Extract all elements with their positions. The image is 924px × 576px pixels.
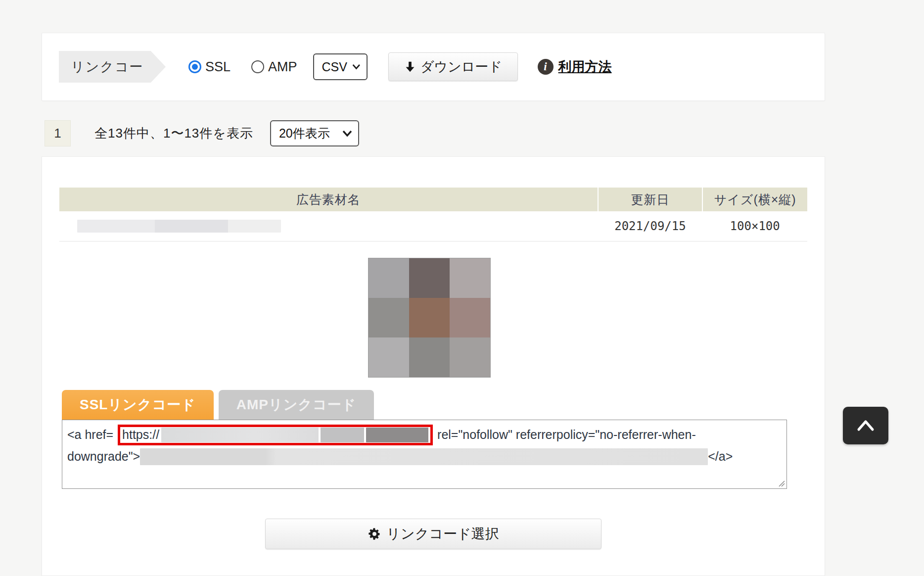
download-button-label: ダウンロード — [420, 58, 502, 76]
page-number-button[interactable]: 1 — [45, 120, 71, 146]
code-prefix: <a href= — [67, 428, 117, 442]
pixel-cell — [450, 298, 490, 337]
info-glyph: i — [544, 60, 547, 73]
tab-ssl-link-code[interactable]: SSLリンクコード — [62, 390, 214, 420]
ssl-radio[interactable]: SSL — [188, 59, 231, 75]
link-code-textarea[interactable]: <a href= https:// rel="nofollow" referre… — [62, 420, 787, 489]
usage-link[interactable]: 利用方法 — [558, 58, 612, 76]
radio-selected-icon[interactable] — [188, 60, 201, 73]
redacted-url-segment — [321, 428, 364, 442]
size-cell: 100×100 — [702, 211, 807, 241]
amp-radio-label: AMP — [268, 59, 297, 75]
header-ad-name: 広告素材名 — [59, 188, 598, 211]
toolbar-card: リンクコード SSL AMP CSV ダウンロード i 利用方法 — [42, 33, 825, 101]
link-code-tabs: SSLリンクコード AMPリンクコード — [62, 390, 825, 420]
table-row: 2021/09/15 100×100 — [59, 211, 807, 241]
pixel-cell — [369, 258, 409, 298]
url-highlight-box: https:// — [118, 425, 433, 445]
pixel-cell — [369, 337, 409, 377]
select-link-code-label: リンクコード選択 — [386, 525, 499, 543]
redacted-url-segment — [366, 428, 428, 442]
ad-material-table: 広告素材名 更新日 サイズ(横×縦) 2021/09/15 100×100 — [59, 188, 807, 241]
pixel-cell — [409, 258, 450, 298]
header-size: サイズ(横×縦) — [702, 188, 807, 211]
gear-icon — [368, 527, 381, 541]
tab-amp-link-code[interactable]: AMPリンクコード — [219, 390, 374, 420]
chevron-up-icon — [853, 416, 878, 435]
pixel-cell — [450, 337, 490, 377]
code-closing-tag: </a> — [708, 449, 733, 464]
updated-cell: 2021/09/15 — [598, 211, 703, 241]
per-page-select-value: 20件表示 — [279, 125, 330, 142]
link-code-ribbon: リンクコード — [59, 51, 166, 83]
arrow-down-icon — [404, 60, 416, 73]
format-select-value: CSV — [322, 60, 347, 74]
redacted-anchor-text — [140, 448, 708, 465]
code-line-2: downgrade"> </a> — [67, 446, 782, 468]
format-select[interactable]: CSV — [313, 53, 368, 80]
ad-name-cell — [59, 211, 598, 241]
chevron-down-icon — [352, 63, 361, 70]
ad-preview-image — [369, 258, 490, 377]
textarea-resize-handle[interactable] — [777, 479, 785, 487]
code-protocol: https:// — [122, 428, 159, 442]
radio-unselected-icon[interactable] — [251, 60, 264, 73]
info-icon: i — [538, 59, 554, 75]
code-line-1: <a href= https:// rel="nofollow" referre… — [67, 424, 782, 446]
download-button[interactable]: ダウンロード — [388, 52, 518, 81]
redacted-ad-name — [77, 220, 281, 233]
header-updated: 更新日 — [598, 188, 703, 211]
pixel-cell — [409, 337, 450, 377]
redacted-url-segment — [161, 428, 319, 442]
amp-radio[interactable]: AMP — [251, 59, 297, 75]
per-page-select[interactable]: 20件表示 — [270, 120, 359, 146]
code-line2-prefix: downgrade"> — [67, 449, 140, 464]
pixel-cell — [369, 298, 409, 337]
scroll-to-top-button[interactable] — [843, 407, 888, 444]
pixel-cell — [409, 298, 450, 337]
pixel-cell — [450, 258, 490, 298]
chevron-down-icon — [342, 130, 352, 137]
code-attributes: rel="nofollow" referrerpolicy="no-referr… — [434, 428, 696, 442]
ssl-radio-label: SSL — [205, 59, 231, 75]
pagination-summary: 全13件中、1〜13件を表示 — [94, 125, 253, 142]
select-link-code-button[interactable]: リンクコード選択 — [265, 519, 601, 549]
pagination-bar: 1 全13件中、1〜13件を表示 20件表示 — [45, 120, 359, 146]
main-content-card: 広告素材名 更新日 サイズ(横×縦) 2021/09/15 100×100 — [42, 156, 825, 576]
table-header-row: 広告素材名 更新日 サイズ(横×縦) — [59, 188, 807, 211]
